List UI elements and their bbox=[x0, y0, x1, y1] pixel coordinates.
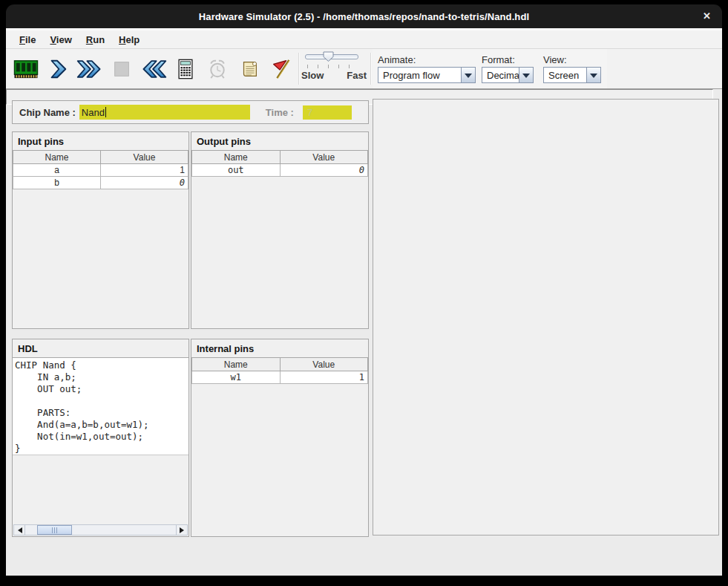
table-row: b 0 bbox=[13, 177, 188, 189]
pin-value-cell[interactable]: 1 bbox=[101, 164, 188, 177]
slider-thumb[interactable] bbox=[323, 51, 334, 62]
scroll-left-button[interactable] bbox=[14, 525, 25, 535]
reset-button[interactable] bbox=[137, 51, 169, 87]
format-dropdown-arrow[interactable] bbox=[519, 67, 534, 83]
slider-fast-label: Fast bbox=[347, 70, 367, 81]
stop-icon bbox=[111, 58, 133, 80]
time-label: Time : bbox=[266, 107, 294, 118]
table-header-row: Name Value bbox=[192, 151, 368, 164]
hdl-panel: HDL CHIP Nand { IN a,b; OUT out; PARTS: … bbox=[12, 339, 189, 537]
titlebar: Hardware Simulator (2.5) - /home/thomas/… bbox=[6, 4, 722, 28]
menubar: File View Run Help bbox=[6, 30, 722, 49]
table-header-row: Name Value bbox=[13, 151, 188, 164]
toolbar-separator bbox=[298, 53, 299, 85]
chip-name-input[interactable]: Nand bbox=[79, 105, 250, 120]
pin-name-cell: w1 bbox=[192, 371, 281, 384]
clock-icon bbox=[206, 57, 229, 80]
app-content: File View Run Help bbox=[6, 28, 722, 576]
view-script-button[interactable] bbox=[233, 51, 265, 87]
fast-forward-icon bbox=[76, 58, 104, 80]
internal-pins-table: Name Value w1 1 bbox=[191, 357, 368, 384]
slider-slow-label: Slow bbox=[301, 70, 324, 81]
input-pins-panel: Input pins Name Value a 1 b 0 bbox=[12, 131, 189, 329]
view-dropdown-arrow[interactable] bbox=[586, 67, 601, 83]
column-header-value: Value bbox=[280, 358, 368, 371]
slider-tick bbox=[338, 65, 339, 68]
clock-button bbox=[201, 51, 233, 87]
output-pins-table: Name Value out 0 bbox=[191, 150, 368, 177]
pin-value-cell[interactable]: 0 bbox=[101, 177, 188, 189]
output-pins-title: Output pins bbox=[191, 132, 368, 150]
menu-view[interactable]: View bbox=[44, 33, 77, 47]
view-combobox[interactable]: Screen bbox=[543, 67, 601, 83]
input-pins-table: Name Value a 1 b 0 bbox=[13, 150, 188, 189]
chevron-down-icon bbox=[590, 74, 597, 82]
menu-file[interactable]: File bbox=[13, 33, 42, 47]
input-pins-title: Input pins bbox=[13, 132, 188, 150]
chevron-down-icon bbox=[522, 74, 530, 82]
rewind-icon bbox=[140, 58, 168, 80]
time-text: 7 bbox=[307, 107, 312, 118]
output-pins-panel: Output pins Name Value out 0 bbox=[191, 131, 369, 329]
scrollbar-thumb[interactable] bbox=[37, 525, 72, 535]
table-row: a 1 bbox=[13, 164, 188, 177]
view-combo-block: View: Screen bbox=[543, 54, 601, 88]
chip-header-panel: Chip Name : Nand Time : 7 bbox=[12, 100, 369, 124]
hdl-title: HDL bbox=[13, 339, 188, 357]
column-header-name: Name bbox=[192, 151, 281, 164]
breakpoints-button[interactable] bbox=[265, 51, 297, 87]
format-label: Format: bbox=[482, 54, 534, 65]
hdl-code-area: CHIP Nand { IN a,b; OUT out; PARTS: And(… bbox=[13, 357, 188, 455]
memory-chip-icon bbox=[13, 57, 39, 80]
format-value: Decimal bbox=[482, 67, 519, 83]
pin-value-cell: 1 bbox=[280, 371, 368, 384]
toolbar: Slow Fast Animate: Program flow Format: … bbox=[6, 49, 722, 89]
animate-label: Animate: bbox=[378, 54, 476, 65]
main-area: Chip Name : Nand Time : 7 Input pins Nam… bbox=[6, 89, 722, 576]
run-button[interactable] bbox=[73, 51, 105, 87]
format-combobox[interactable]: Decimal bbox=[482, 67, 534, 83]
slider-tick bbox=[318, 65, 318, 68]
pin-value-cell: 0 bbox=[280, 164, 368, 177]
menu-run[interactable]: Run bbox=[80, 33, 111, 47]
pin-name-cell: a bbox=[13, 164, 101, 177]
menu-help[interactable]: Help bbox=[113, 33, 145, 47]
animate-combo-block: Animate: Program flow bbox=[378, 54, 476, 88]
table-row: out 0 bbox=[192, 164, 368, 177]
view-label: View: bbox=[543, 54, 601, 65]
window-title: Hardware Simulator (2.5) - /home/thomas/… bbox=[199, 11, 529, 22]
table-header-row: Name Value bbox=[192, 358, 368, 371]
script-scroll-icon bbox=[238, 58, 260, 80]
internal-pins-panel: Internal pins Name Value w1 1 bbox=[191, 339, 369, 537]
single-step-icon bbox=[47, 58, 69, 80]
text-caret bbox=[105, 107, 106, 117]
chip-display-panel bbox=[373, 99, 719, 535]
column-header-value: Value bbox=[280, 151, 368, 164]
table-row: w1 1 bbox=[192, 371, 368, 384]
single-step-button[interactable] bbox=[42, 51, 73, 87]
format-combo-block: Format: Decimal bbox=[482, 54, 534, 88]
toolbar-separator bbox=[370, 53, 371, 85]
animate-dropdown-arrow[interactable] bbox=[461, 67, 476, 83]
app-window: Hardware Simulator (2.5) - /home/thomas/… bbox=[6, 4, 722, 576]
scroll-right-button[interactable] bbox=[176, 525, 187, 535]
pin-name-cell: out bbox=[192, 164, 281, 177]
calculator-icon bbox=[174, 58, 197, 80]
chevron-down-icon bbox=[465, 74, 472, 82]
evaluate-button[interactable] bbox=[169, 51, 201, 87]
breakpoint-flag-icon bbox=[270, 58, 292, 80]
slider-tick bbox=[349, 65, 350, 68]
animate-combobox[interactable]: Program flow bbox=[378, 67, 476, 83]
toolbar-combos: Animate: Program flow Format: Decimal Vi… bbox=[373, 49, 607, 88]
load-chip-button[interactable] bbox=[10, 51, 42, 87]
pin-name-cell: b bbox=[13, 177, 101, 189]
animate-value: Program flow bbox=[378, 67, 461, 83]
slider-tick bbox=[328, 65, 329, 68]
hdl-horizontal-scrollbar[interactable] bbox=[13, 524, 188, 535]
stop-button bbox=[105, 51, 137, 87]
arrow-left-icon bbox=[15, 527, 22, 533]
close-icon[interactable]: ✕ bbox=[703, 10, 711, 22]
time-input: 7 bbox=[303, 105, 352, 120]
column-header-name: Name bbox=[192, 358, 281, 371]
view-value: Screen bbox=[543, 67, 586, 83]
